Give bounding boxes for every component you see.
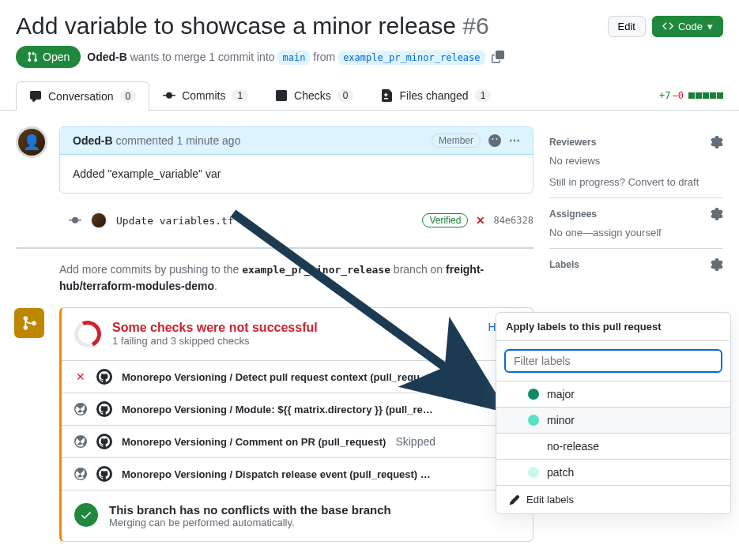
- file-diff-icon: [380, 89, 393, 102]
- label-name: minor: [547, 414, 575, 427]
- checks-panel: Some checks were not successful 1 failin…: [59, 307, 534, 542]
- merge-verb: wants to merge 1 commit into: [130, 51, 275, 63]
- tab-label: Commits: [182, 89, 225, 102]
- label-option[interactable]: minor: [496, 407, 730, 433]
- label-swatch: [528, 467, 539, 478]
- code-button[interactable]: Code ▾: [652, 16, 723, 37]
- github-icon: [96, 369, 112, 385]
- tab-label: Conversation: [48, 90, 114, 103]
- from-text: from: [313, 51, 335, 63]
- tab-checks[interactable]: Checks 0: [262, 81, 367, 110]
- label-name: major: [547, 388, 575, 400]
- author-avatar[interactable]: 👤: [16, 126, 47, 158]
- state-badge: Open: [16, 46, 81, 68]
- pr-open-icon: [27, 51, 38, 62]
- merge-info: Oded-B wants to merge 1 commit into main…: [87, 51, 484, 63]
- code-button-label: Code: [678, 21, 703, 32]
- filter-labels-input[interactable]: [504, 349, 722, 373]
- check-status: Skipped: [395, 435, 435, 448]
- diff-blocks: [688, 92, 723, 99]
- skip-icon: [74, 435, 87, 448]
- reviewers-none: No reviews: [549, 155, 723, 167]
- gear-icon[interactable]: [711, 208, 723, 220]
- push-branch: example_pr_minor_release: [242, 264, 390, 276]
- skip-icon: [74, 468, 87, 480]
- check-name: Monorepo Versioning / Module: ${{ matrix…: [122, 404, 433, 415]
- github-icon: [96, 401, 112, 417]
- merge-icon-badge: [14, 308, 44, 338]
- check-name: Monorepo Versioning / Comment on PR (pul…: [122, 436, 386, 448]
- gear-icon[interactable]: [711, 136, 723, 148]
- author-link[interactable]: Oded-B: [87, 51, 127, 63]
- check-name: Monorepo Versioning / Detect pull reques…: [122, 371, 430, 383]
- member-badge: Member: [432, 133, 481, 148]
- tab-conversation[interactable]: Conversation 0: [16, 81, 149, 111]
- edit-button[interactable]: Edit: [608, 16, 646, 37]
- comment-icon: [29, 90, 42, 103]
- sidebar-assignees-title: Assignees: [549, 209, 597, 220]
- github-icon: [96, 434, 112, 449]
- sidebar-labels-title: Labels: [549, 259, 579, 270]
- pr-number: #6: [462, 13, 488, 39]
- diffstat: +7 −0: [659, 90, 723, 101]
- head-branch[interactable]: example_pr_minor_release: [338, 51, 484, 65]
- label-option[interactable]: major: [496, 381, 730, 407]
- tab-counter: 1: [232, 89, 248, 102]
- label-name: no-release: [547, 440, 599, 453]
- copy-icon[interactable]: [492, 51, 504, 63]
- commit-row: Update variables.tf Verified ✕ 84e6328: [69, 206, 534, 235]
- checks-subtitle: 1 failing and 3 skipped checks: [112, 335, 318, 347]
- label-option[interactable]: patch: [496, 459, 730, 485]
- merge-ok-title: This branch has no conflicts with the ba…: [109, 503, 391, 517]
- divider: [16, 247, 534, 249]
- check-row[interactable]: ✕Monorepo Versioning / Detect pull reque…: [62, 360, 533, 393]
- pencil-icon: [509, 494, 520, 506]
- label-swatch: [528, 389, 539, 400]
- check-row[interactable]: Monorepo Versioning / Comment on PR (pul…: [62, 425, 533, 457]
- code-icon: [662, 21, 673, 32]
- label-option[interactable]: no-release: [496, 433, 730, 459]
- merge-ok-subtitle: Merging can be performed automatically.: [109, 517, 391, 528]
- tab-counter: 0: [337, 89, 354, 102]
- check-row[interactable]: Monorepo Versioning / Module: ${{ matrix…: [62, 393, 533, 425]
- comment-author[interactable]: Oded-B: [73, 134, 113, 147]
- checklist-icon: [275, 89, 288, 102]
- tab-counter: 0: [120, 90, 137, 103]
- edit-labels-text: Edit labels: [526, 494, 574, 506]
- base-branch[interactable]: main: [277, 51, 310, 65]
- tab-files[interactable]: Files changed 1: [367, 81, 504, 110]
- popover-title: Apply labels to this pull request: [496, 313, 730, 341]
- labels-popover: Apply labels to this pull request majorm…: [496, 312, 731, 514]
- gear-icon[interactable]: [711, 258, 723, 271]
- check-circle-icon: [74, 503, 98, 527]
- status-ring-icon: [70, 317, 105, 351]
- kebab-icon[interactable]: ⋯: [509, 134, 520, 147]
- push-hint: Add more commits by pushing to the examp…: [59, 261, 534, 295]
- convert-draft-link[interactable]: Still in progress? Convert to draft: [549, 176, 723, 188]
- commit-avatar[interactable]: [91, 212, 107, 228]
- verified-badge[interactable]: Verified: [422, 213, 468, 227]
- tab-commits[interactable]: Commits 1: [149, 81, 262, 110]
- commit-message[interactable]: Update variables.tf: [116, 215, 234, 227]
- comment-time[interactable]: 1 minute ago: [177, 134, 241, 147]
- comment-box: Oded-B commented 1 minute ago Member ⋯ A…: [59, 126, 534, 194]
- edit-labels-link[interactable]: Edit labels: [496, 485, 730, 513]
- commit-sha[interactable]: 84e6328: [493, 215, 534, 226]
- tab-counter: 1: [475, 89, 492, 102]
- diff-del: −0: [673, 90, 684, 101]
- checks-title: Some checks were not successful: [112, 321, 318, 335]
- assignees-none[interactable]: No one—assign yourself: [549, 227, 723, 239]
- label-swatch: [528, 415, 539, 426]
- commit-marker-icon: [69, 214, 81, 227]
- sidebar-reviewers-title: Reviewers: [549, 137, 596, 148]
- x-icon[interactable]: ✕: [476, 214, 485, 227]
- state-label: Open: [43, 51, 70, 63]
- x-icon: ✕: [74, 370, 87, 383]
- comment-body: Added "example_variable" var: [60, 155, 533, 193]
- check-name: Monorepo Versioning / Dispatch release e…: [122, 468, 431, 480]
- diff-add: +7: [659, 90, 670, 101]
- tab-label: Files changed: [399, 89, 468, 102]
- github-icon: [96, 466, 112, 482]
- smiley-icon[interactable]: [488, 134, 501, 147]
- check-row[interactable]: Monorepo Versioning / Dispatch release e…: [62, 457, 533, 490]
